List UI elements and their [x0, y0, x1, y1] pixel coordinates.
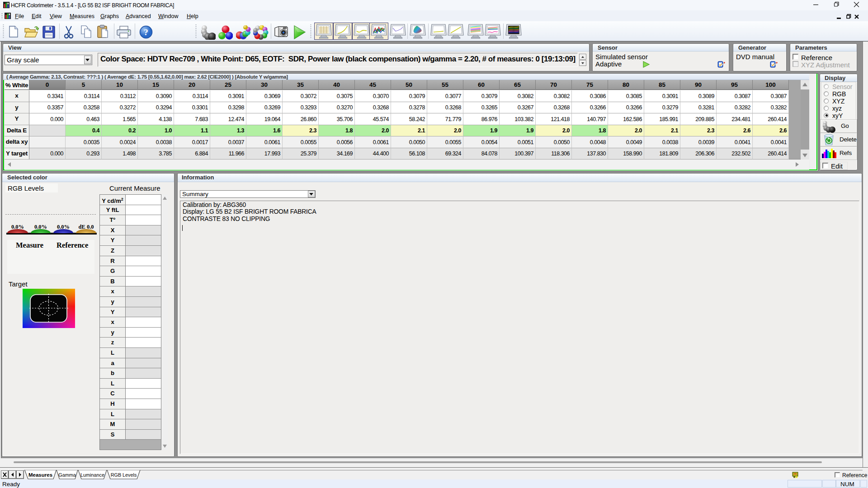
svg-text:RGB Levels: RGB Levels: [111, 472, 137, 478]
svg-text:Measures: Measures: [28, 472, 52, 478]
svg-text:Luminance: Luminance: [80, 472, 104, 478]
svg-text:Gamma: Gamma: [58, 472, 75, 478]
svg-text:?: ?: [144, 28, 148, 37]
